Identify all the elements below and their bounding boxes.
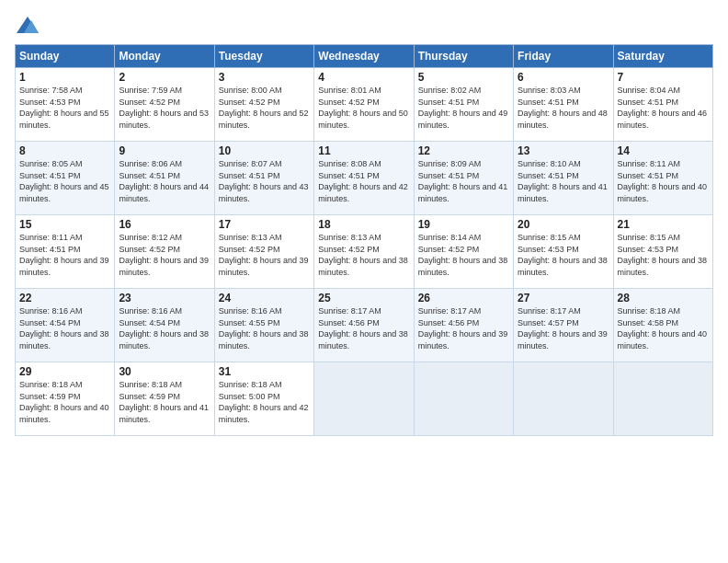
calendar-week-row: 8Sunrise: 8:05 AMSunset: 4:51 PMDaylight… [16,142,713,215]
cell-text: Sunrise: 8:11 AMSunset: 4:51 PMDaylight:… [618,158,709,204]
cell-text: Sunrise: 8:12 AMSunset: 4:52 PMDaylight:… [119,232,210,278]
day-number: 15 [19,218,110,231]
day-number: 1 [19,71,110,84]
calendar-cell: 24Sunrise: 8:16 AMSunset: 4:55 PMDayligh… [214,289,313,362]
day-number: 11 [318,144,409,157]
calendar-cell: 2Sunrise: 7:59 AMSunset: 4:52 PMDaylight… [115,68,214,142]
cell-text: Sunrise: 8:18 AMSunset: 4:59 PMDaylight:… [119,379,210,425]
day-number: 21 [618,218,709,231]
calendar-cell [314,362,414,436]
logo [15,13,44,39]
calendar-cell: 9Sunrise: 8:06 AMSunset: 4:51 PMDaylight… [115,142,214,215]
cell-text: Sunrise: 7:58 AMSunset: 4:53 PMDaylight:… [19,85,110,131]
cell-text: Sunrise: 8:13 AMSunset: 4:52 PMDaylight:… [219,232,310,278]
day-number: 13 [518,144,609,157]
day-number: 4 [318,71,409,84]
calendar-cell: 22Sunrise: 8:16 AMSunset: 4:54 PMDayligh… [16,289,115,362]
cell-text: Sunrise: 8:15 AMSunset: 4:53 PMDaylight:… [618,232,709,278]
cell-text: Sunrise: 8:16 AMSunset: 4:54 PMDaylight:… [119,305,210,351]
cell-text: Sunrise: 8:01 AMSunset: 4:52 PMDaylight:… [318,85,409,131]
calendar-cell [613,362,712,436]
cell-text: Sunrise: 8:03 AMSunset: 4:51 PMDaylight:… [518,85,609,131]
calendar-table: SundayMondayTuesdayWednesdayThursdayFrid… [15,44,713,436]
day-number: 5 [418,71,509,84]
day-number: 26 [418,292,509,304]
day-number: 14 [618,144,709,157]
calendar-cell: 30Sunrise: 8:18 AMSunset: 4:59 PMDayligh… [115,362,214,436]
cell-text: Sunrise: 8:07 AMSunset: 4:51 PMDaylight:… [219,158,310,204]
day-of-week-header: Monday [115,45,214,68]
day-number: 8 [19,144,110,157]
calendar-cell: 20Sunrise: 8:15 AMSunset: 4:53 PMDayligh… [514,215,613,289]
calendar-cell: 13Sunrise: 8:10 AMSunset: 4:51 PMDayligh… [514,142,613,215]
calendar-cell: 18Sunrise: 8:13 AMSunset: 4:52 PMDayligh… [314,215,414,289]
logo-icon [15,13,40,39]
cell-text: Sunrise: 8:16 AMSunset: 4:55 PMDaylight:… [219,305,310,351]
cell-text: Sunrise: 8:17 AMSunset: 4:56 PMDaylight:… [418,305,509,351]
day-of-week-header: Sunday [16,45,115,68]
calendar-cell: 6Sunrise: 8:03 AMSunset: 4:51 PMDaylight… [514,68,613,142]
calendar-cell: 19Sunrise: 8:14 AMSunset: 4:52 PMDayligh… [414,215,513,289]
day-number: 23 [119,292,210,304]
calendar-week-row: 22Sunrise: 8:16 AMSunset: 4:54 PMDayligh… [16,289,713,362]
cell-text: Sunrise: 8:11 AMSunset: 4:51 PMDaylight:… [19,232,110,278]
cell-text: Sunrise: 8:10 AMSunset: 4:51 PMDaylight:… [518,158,609,204]
day-number: 6 [518,71,609,84]
calendar-cell: 26Sunrise: 8:17 AMSunset: 4:56 PMDayligh… [414,289,513,362]
cell-text: Sunrise: 8:15 AMSunset: 4:53 PMDaylight:… [518,232,609,278]
calendar-cell: 31Sunrise: 8:18 AMSunset: 5:00 PMDayligh… [214,362,313,436]
cell-text: Sunrise: 8:13 AMSunset: 4:52 PMDaylight:… [318,232,409,278]
cell-text: Sunrise: 8:16 AMSunset: 4:54 PMDaylight:… [19,305,110,351]
day-number: 3 [219,71,310,84]
day-number: 28 [618,292,709,304]
calendar-cell [514,362,613,436]
cell-text: Sunrise: 8:05 AMSunset: 4:51 PMDaylight:… [19,158,110,204]
calendar-cell: 15Sunrise: 8:11 AMSunset: 4:51 PMDayligh… [16,215,115,289]
day-number: 20 [518,218,609,231]
day-number: 12 [418,144,509,157]
day-of-week-header: Wednesday [314,45,414,68]
cell-text: Sunrise: 8:18 AMSunset: 5:00 PMDaylight:… [219,379,310,425]
header-row: SundayMondayTuesdayWednesdayThursdayFrid… [16,45,713,68]
day-number: 25 [318,292,409,304]
calendar-cell: 10Sunrise: 8:07 AMSunset: 4:51 PMDayligh… [214,142,313,215]
cell-text: Sunrise: 7:59 AMSunset: 4:52 PMDaylight:… [119,85,210,131]
day-number: 19 [418,218,509,231]
calendar-cell: 14Sunrise: 8:11 AMSunset: 4:51 PMDayligh… [613,142,712,215]
cell-text: Sunrise: 8:09 AMSunset: 4:51 PMDaylight:… [418,158,509,204]
calendar-cell: 25Sunrise: 8:17 AMSunset: 4:56 PMDayligh… [314,289,414,362]
cell-text: Sunrise: 8:17 AMSunset: 4:57 PMDaylight:… [518,305,609,351]
day-number: 29 [19,365,110,378]
calendar-cell: 29Sunrise: 8:18 AMSunset: 4:59 PMDayligh… [16,362,115,436]
calendar-cell: 3Sunrise: 8:00 AMSunset: 4:52 PMDaylight… [214,68,313,142]
day-number: 7 [618,71,709,84]
calendar-cell: 21Sunrise: 8:15 AMSunset: 4:53 PMDayligh… [613,215,712,289]
day-number: 16 [119,218,210,231]
header [15,13,713,39]
day-number: 30 [119,365,210,378]
page: SundayMondayTuesdayWednesdayThursdayFrid… [0,0,728,563]
day-number: 22 [19,292,110,304]
cell-text: Sunrise: 8:06 AMSunset: 4:51 PMDaylight:… [119,158,210,204]
calendar-header: SundayMondayTuesdayWednesdayThursdayFrid… [16,45,713,68]
day-number: 10 [219,144,310,157]
calendar-cell: 27Sunrise: 8:17 AMSunset: 4:57 PMDayligh… [514,289,613,362]
calendar-cell: 17Sunrise: 8:13 AMSunset: 4:52 PMDayligh… [214,215,313,289]
calendar-week-row: 29Sunrise: 8:18 AMSunset: 4:59 PMDayligh… [16,362,713,436]
day-number: 9 [119,144,210,157]
day-of-week-header: Saturday [613,45,712,68]
cell-text: Sunrise: 8:04 AMSunset: 4:51 PMDaylight:… [618,85,709,131]
calendar-cell: 28Sunrise: 8:18 AMSunset: 4:58 PMDayligh… [613,289,712,362]
cell-text: Sunrise: 8:02 AMSunset: 4:51 PMDaylight:… [418,85,509,131]
cell-text: Sunrise: 8:18 AMSunset: 4:58 PMDaylight:… [618,305,709,351]
calendar-cell: 7Sunrise: 8:04 AMSunset: 4:51 PMDaylight… [613,68,712,142]
day-number: 18 [318,218,409,231]
calendar-cell: 4Sunrise: 8:01 AMSunset: 4:52 PMDaylight… [314,68,414,142]
calendar-cell: 8Sunrise: 8:05 AMSunset: 4:51 PMDaylight… [16,142,115,215]
calendar-cell: 11Sunrise: 8:08 AMSunset: 4:51 PMDayligh… [314,142,414,215]
calendar-cell: 16Sunrise: 8:12 AMSunset: 4:52 PMDayligh… [115,215,214,289]
day-number: 24 [219,292,310,304]
day-number: 31 [219,365,310,378]
calendar-cell: 23Sunrise: 8:16 AMSunset: 4:54 PMDayligh… [115,289,214,362]
day-number: 2 [119,71,210,84]
